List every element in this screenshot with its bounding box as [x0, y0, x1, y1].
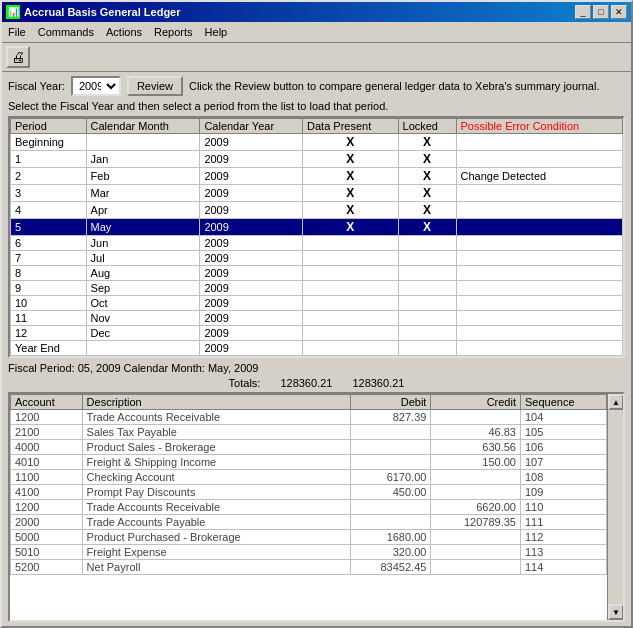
- period-cell: [398, 326, 456, 341]
- period-cell: Mar: [86, 185, 200, 202]
- period-row[interactable]: 1Jan2009XX: [11, 151, 623, 168]
- ledger-cell: 2000: [11, 515, 83, 530]
- period-row[interactable]: 2Feb2009XXChange Detected: [11, 168, 623, 185]
- period-row[interactable]: Beginning2009XX: [11, 134, 623, 151]
- menu-help[interactable]: Help: [199, 24, 234, 40]
- fiscal-year-select[interactable]: 2008 2009 2010: [71, 76, 121, 96]
- status-bar: Fiscal Period: 05, 2009 Calendar Month: …: [8, 362, 625, 374]
- ledger-cell: 120789.35: [431, 515, 521, 530]
- period-row[interactable]: 3Mar2009XX: [11, 185, 623, 202]
- period-cell: 2009: [200, 281, 303, 296]
- period-row[interactable]: 9Sep2009: [11, 281, 623, 296]
- menu-file[interactable]: File: [2, 24, 32, 40]
- ledger-cell: 4100: [11, 485, 83, 500]
- ledger-cell: Trade Accounts Receivable: [82, 500, 350, 515]
- period-row[interactable]: 11Nov2009: [11, 311, 623, 326]
- period-table-container: Period Calendar Month Calendar Year Data…: [8, 116, 625, 358]
- period-cell: 2009: [200, 168, 303, 185]
- ledger-row[interactable]: 4100Prompt Pay Discounts450.00109: [11, 485, 607, 500]
- ledger-cell: 450.00: [350, 485, 431, 500]
- period-row[interactable]: 7Jul2009: [11, 251, 623, 266]
- col-locked: Locked: [398, 119, 456, 134]
- ledger-row[interactable]: 5000Product Purchased - Brokerage1680.00…: [11, 530, 607, 545]
- ledger-row[interactable]: 1200Trade Accounts Receivable827.39104: [11, 410, 607, 425]
- period-row[interactable]: Year End2009: [11, 341, 623, 356]
- ledger-row[interactable]: 2000Trade Accounts Payable120789.35111: [11, 515, 607, 530]
- ledger-row[interactable]: 5010Freight Expense320.00113: [11, 545, 607, 560]
- period-row[interactable]: 8Aug2009: [11, 266, 623, 281]
- period-cell: [456, 185, 622, 202]
- ledger-cell: 106: [520, 440, 606, 455]
- period-row[interactable]: 4Apr2009XX: [11, 202, 623, 219]
- ledger-cell: Product Sales - Brokerage: [82, 440, 350, 455]
- period-cell: [398, 311, 456, 326]
- period-row[interactable]: 5May2009XX: [11, 219, 623, 236]
- period-cell: [456, 281, 622, 296]
- menu-reports[interactable]: Reports: [148, 24, 199, 40]
- period-cell: 9: [11, 281, 87, 296]
- period-cell: 2009: [200, 296, 303, 311]
- title-bar: 📊 Accrual Basis General Ledger _ □ ✕: [2, 2, 631, 22]
- period-cell: 2: [11, 168, 87, 185]
- period-cell: 2009: [200, 236, 303, 251]
- period-cell: [456, 341, 622, 356]
- period-cell: X: [303, 168, 398, 185]
- review-button[interactable]: Review: [127, 76, 183, 96]
- col-data-present: Data Present: [303, 119, 398, 134]
- period-cell: [456, 151, 622, 168]
- period-cell: 11: [11, 311, 87, 326]
- period-cell: [303, 326, 398, 341]
- period-cell: 10: [11, 296, 87, 311]
- period-cell: 5: [11, 219, 87, 236]
- period-row[interactable]: 10Oct2009: [11, 296, 623, 311]
- period-cell: X: [398, 134, 456, 151]
- ledger-scroll[interactable]: Account Description Debit Credit Sequenc…: [10, 394, 607, 620]
- period-cell: X: [398, 168, 456, 185]
- menu-actions[interactable]: Actions: [100, 24, 148, 40]
- period-cell: 2009: [200, 341, 303, 356]
- period-row[interactable]: 6Jun2009: [11, 236, 623, 251]
- period-cell: X: [303, 185, 398, 202]
- main-window: 📊 Accrual Basis General Ledger _ □ ✕ Fil…: [0, 0, 633, 628]
- ledger-row[interactable]: 4000Product Sales - Brokerage630.56106: [11, 440, 607, 455]
- print-button[interactable]: 🖨: [6, 46, 30, 68]
- ledger-cell: 150.00: [431, 455, 521, 470]
- period-cell: [398, 251, 456, 266]
- ledger-cell: 111: [520, 515, 606, 530]
- col-period: Period: [11, 119, 87, 134]
- period-cell: 1: [11, 151, 87, 168]
- toolbar: 🖨: [2, 43, 631, 72]
- ledger-row[interactable]: 1100Checking Account6170.00108: [11, 470, 607, 485]
- period-cell: 2009: [200, 185, 303, 202]
- totals-label: Totals:: [229, 377, 261, 389]
- scroll-thumb[interactable]: [608, 410, 623, 604]
- window-title: Accrual Basis General Ledger: [24, 6, 181, 18]
- period-cell: Oct: [86, 296, 200, 311]
- ledger-row[interactable]: 5200Net Payroll83452.45114: [11, 560, 607, 575]
- main-content: Fiscal Year: 2008 2009 2010 Review Click…: [2, 72, 631, 626]
- menu-commands[interactable]: Commands: [32, 24, 100, 40]
- close-button[interactable]: ✕: [611, 5, 627, 19]
- period-cell: 2009: [200, 251, 303, 266]
- period-cell: 3: [11, 185, 87, 202]
- ledger-row[interactable]: 2100Sales Tax Payable46.83105: [11, 425, 607, 440]
- period-cell: [303, 236, 398, 251]
- ledger-cell: 108: [520, 470, 606, 485]
- col-error: Possible Error Condition: [456, 119, 622, 134]
- period-cell: [303, 311, 398, 326]
- ledger-cell: 2100: [11, 425, 83, 440]
- ledger-row[interactable]: 1200Trade Accounts Receivable6620.00110: [11, 500, 607, 515]
- period-cell: X: [303, 219, 398, 236]
- period-row[interactable]: 12Dec2009: [11, 326, 623, 341]
- scroll-up-button[interactable]: ▲: [608, 394, 623, 410]
- scroll-down-button[interactable]: ▼: [608, 604, 623, 620]
- ledger-cell: Trade Accounts Receivable: [82, 410, 350, 425]
- ledger-row[interactable]: 4010Freight & Shipping Income150.00107: [11, 455, 607, 470]
- period-cell: X: [303, 151, 398, 168]
- instruction-text: Select the Fiscal Year and then select a…: [8, 100, 625, 112]
- minimize-button[interactable]: _: [575, 5, 591, 19]
- maximize-button[interactable]: □: [593, 5, 609, 19]
- ledger-cell: 5010: [11, 545, 83, 560]
- period-cell: Beginning: [11, 134, 87, 151]
- period-cell: Jun: [86, 236, 200, 251]
